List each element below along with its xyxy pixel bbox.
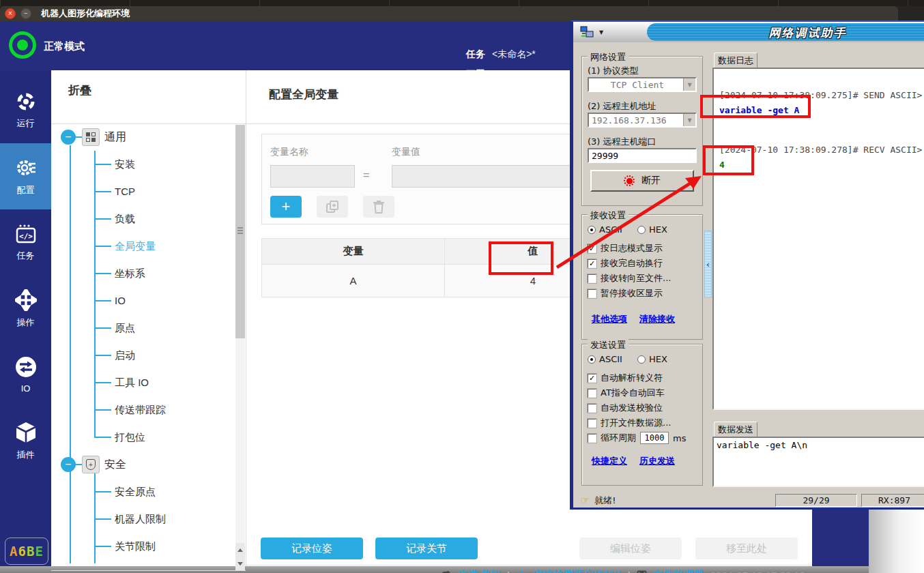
cell-variable-name[interactable]: A	[262, 265, 445, 297]
netassist-titlebar[interactable]: ▼ 网络调试助手	[573, 22, 924, 42]
tree-item-global-variables[interactable]: 全局变量	[115, 240, 156, 253]
data-send-area[interactable]: variable -get A\n	[712, 437, 924, 487]
collapse-minus-icon[interactable]: −	[61, 457, 76, 472]
record-pose-button[interactable]: 记录位姿	[261, 538, 363, 559]
tree-group-safety[interactable]: − + 安全	[61, 454, 126, 475]
dropdown-arrow-icon[interactable]: ▼	[683, 78, 695, 91]
tree-item-conveyor[interactable]: 传送带跟踪	[115, 404, 166, 417]
clear-receive-link[interactable]: 清除接收	[639, 313, 675, 325]
netassist-title: 网络调试助手	[768, 25, 846, 41]
tree-item-tcp[interactable]: TCP	[115, 186, 135, 197]
recv-hex-radio[interactable]: HEX	[637, 224, 667, 235]
tree-item-io[interactable]: IO	[115, 295, 126, 306]
cycle-unit: ms	[673, 433, 686, 443]
network-icon	[580, 26, 594, 38]
cycle-send-checkbox[interactable]: 循环周期 ms	[588, 432, 686, 444]
add-variable-button[interactable]: +	[270, 196, 302, 218]
pointing-hand-icon: ☞	[580, 494, 590, 507]
code-window-icon: </>	[15, 224, 37, 244]
host-select[interactable]: 192.168.37.136 ▼	[588, 113, 697, 128]
parse-escape-checkbox[interactable]: ✓自动解析转义符	[588, 372, 663, 384]
history-send-link[interactable]: 历史发送	[639, 455, 675, 467]
auto-checksum-checkbox[interactable]: 自动发送校验位	[588, 402, 663, 414]
mode-label: 正常模式	[44, 40, 85, 53]
port-input[interactable]	[588, 148, 697, 163]
dropdown-arrow-icon[interactable]: ▼	[683, 114, 695, 126]
scrollbar-thumb[interactable]	[235, 125, 245, 338]
tree-connector-line	[70, 145, 71, 563]
scroll-up-icon[interactable]	[235, 543, 245, 557]
collapse-minus-icon[interactable]: −	[61, 130, 76, 145]
trash-icon	[373, 200, 385, 214]
record-joint-button[interactable]: 记录关节	[375, 538, 478, 559]
tree-item-safe-home[interactable]: 安全原点	[115, 486, 156, 499]
tree-collapse-header[interactable]: 折叠	[68, 83, 91, 98]
tree-group-general[interactable]: − 通用	[61, 126, 126, 148]
panel-splitter-handle[interactable]: ‹	[704, 231, 712, 297]
duplicate-variable-button[interactable]	[317, 196, 348, 218]
move-here-button[interactable]: 移至此处	[695, 538, 798, 559]
close-icon[interactable]: ×	[5, 8, 16, 19]
move-arrows-icon	[15, 289, 37, 311]
scroll-down-icon[interactable]	[235, 557, 245, 570]
file-data-source-checkbox[interactable]: 打开文件数据源...	[588, 417, 671, 429]
sidebar-item-label: 插件	[17, 449, 35, 461]
file-manager-status[interactable]: 文件管理器	[653, 569, 704, 573]
sidebar-item-config[interactable]: 配置	[0, 143, 51, 209]
screen: × − 机器人图形化编程环境 正常模式 任务<未命名>* 配置default_4…	[0, 0, 924, 573]
step-status[interactable]: 步进 关闭	[457, 569, 501, 573]
send-hex-radio[interactable]: HEX	[637, 354, 667, 364]
disconnect-button[interactable]: 断开	[590, 170, 694, 192]
sidebar-item-io[interactable]: IO	[0, 342, 51, 408]
cycle-period-input[interactable]	[640, 432, 669, 444]
disconnect-label: 断开	[641, 175, 661, 187]
quick-define-link[interactable]: 快捷定义	[592, 455, 627, 467]
packet-count: 29/29	[775, 494, 857, 507]
tree-item-install[interactable]: 安装	[115, 158, 135, 171]
variable-value-label: 变量值	[392, 146, 420, 158]
sidebar-item-run[interactable]: 运行	[0, 77, 51, 143]
datetime: 2024-07-10 17:38:10	[710, 570, 805, 573]
host-value: 192.168.37.136	[589, 115, 683, 126]
group-title: 发送设置	[588, 339, 629, 351]
tree-item-payload[interactable]: 负载	[115, 213, 135, 226]
send-ascii-radio[interactable]: ASCII	[588, 354, 622, 364]
auto-newline-checkbox[interactable]: ✓接收完自动换行	[588, 257, 663, 269]
table-row[interactable]: A 4	[262, 265, 622, 297]
protocol-select[interactable]: TCP Client ▼	[588, 77, 697, 92]
sidebar-item-plugin[interactable]: 插件	[0, 408, 51, 474]
tree-scrollbar[interactable]	[235, 125, 245, 570]
tree-item-home[interactable]: 原点	[115, 322, 135, 335]
data-log-area[interactable]: [2024-07-10 17:38:09.275]# SEND ASCII> v…	[712, 68, 924, 410]
tree-item-coordinates[interactable]: 坐标系	[115, 267, 145, 280]
mode-status-icon	[9, 31, 36, 59]
tab-data-log[interactable]: 数据日志	[714, 53, 757, 68]
sidebar-item-task[interactable]: </> 任务	[0, 209, 51, 276]
delete-variable-button[interactable]	[363, 196, 394, 218]
redirect-to-file-checkbox[interactable]: 接收转向至文件...	[588, 272, 671, 284]
tree-item-tool-io[interactable]: 工具 IO	[115, 377, 149, 390]
collision-status[interactable]: 碰撞检测开启(50%)	[533, 569, 622, 573]
variable-name-input[interactable]	[270, 165, 355, 188]
edit-pose-button[interactable]: 编辑位姿	[579, 538, 682, 559]
window-title: 机器人图形化编程环境	[41, 8, 130, 20]
tree-item-joint-limits[interactable]: 关节限制	[115, 540, 156, 553]
tree-item-startup[interactable]: 启动	[115, 349, 135, 362]
config-tree-panel: 折叠 − 通用 安装 TCP 负载 全局变量 坐标系 IO 原点 启动 工具 I…	[51, 70, 246, 566]
receive-settings-group: 接收设置 ASCII HEX ✓按日志模式显示 ✓接收完自动换行 接收转向至文件…	[581, 214, 703, 340]
page-title: 配置全局变量	[269, 87, 338, 102]
tab-data-send[interactable]: 数据发送	[714, 422, 757, 437]
netassist-menu[interactable]: ▼	[573, 22, 647, 42]
at-auto-return-checkbox[interactable]: AT指令自动回车	[588, 387, 665, 399]
log-mode-checkbox[interactable]: ✓按日志模式显示	[588, 242, 663, 254]
task-label: 任务	[466, 48, 485, 59]
minimize-icon[interactable]: −	[20, 8, 31, 19]
sidebar-item-operate[interactable]: 操作	[0, 276, 51, 342]
divider	[51, 570, 246, 571]
tree-item-packing[interactable]: 打包位	[115, 431, 145, 444]
sidebar: 运行 配置 </> 任务 操作	[0, 70, 51, 566]
tree-item-robot-limits[interactable]: 机器人限制	[115, 513, 166, 526]
pause-display-checkbox[interactable]: 暂停接收区显示	[588, 287, 663, 299]
other-options-link[interactable]: 其他选项	[592, 313, 627, 325]
recv-ascii-radio[interactable]: ASCII	[588, 224, 622, 235]
